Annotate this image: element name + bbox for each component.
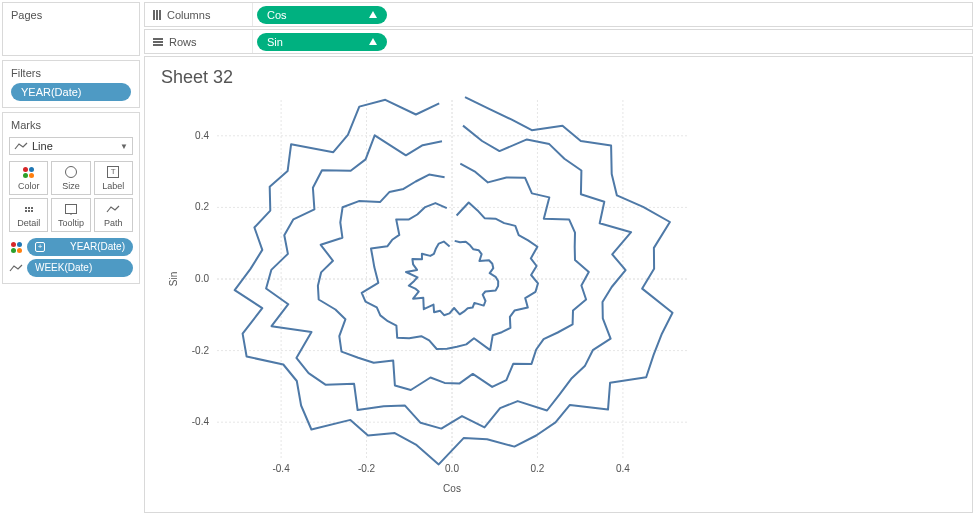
pages-shelf[interactable]: Pages: [2, 2, 140, 56]
marks-card: Marks Line ▼ ColorSizeTLabelDetailToolti…: [2, 112, 140, 284]
mark-pill[interactable]: WEEK(Date): [27, 259, 133, 277]
svg-text:Cos: Cos: [443, 483, 461, 494]
size-icon: [65, 165, 77, 179]
filters-shelf[interactable]: Filters YEAR(Date): [2, 60, 140, 108]
mark-card-path[interactable]: Path: [94, 198, 133, 232]
filter-pill[interactable]: YEAR(Date): [11, 83, 131, 101]
mark-card-detail[interactable]: Detail: [9, 198, 48, 232]
filters-title: Filters: [11, 67, 131, 79]
columns-shelf[interactable]: Columns Cos: [144, 2, 973, 27]
svg-text:0.2: 0.2: [531, 463, 545, 474]
delta-icon: [369, 38, 377, 45]
svg-text:Sin: Sin: [168, 272, 179, 286]
path-icon: [106, 202, 120, 216]
svg-text:0.4: 0.4: [616, 463, 630, 474]
svg-text:-0.4: -0.4: [272, 463, 290, 474]
mark-pill[interactable]: +YEAR(Date): [27, 238, 133, 256]
svg-text:0.2: 0.2: [195, 201, 209, 212]
pages-title: Pages: [11, 9, 131, 21]
mark-type-label: Line: [32, 140, 53, 152]
mark-card-color[interactable]: Color: [9, 161, 48, 195]
mark-card-tooltip[interactable]: Tooltip: [51, 198, 90, 232]
shelf-pill[interactable]: Cos: [257, 6, 387, 24]
mark-card-label[interactable]: TLabel: [94, 161, 133, 195]
line-icon: [14, 141, 28, 151]
spiral-chart: -0.4-0.20.00.20.4-0.4-0.20.00.20.4CosSin: [161, 92, 701, 502]
rows-shelf[interactable]: Rows Sin: [144, 29, 973, 54]
caret-down-icon: ▼: [120, 142, 128, 151]
svg-text:0.4: 0.4: [195, 130, 209, 141]
svg-text:0.0: 0.0: [195, 273, 209, 284]
color-icon: [9, 242, 23, 253]
viz-area[interactable]: Sheet 32 -0.4-0.20.00.20.4-0.4-0.20.00.2…: [144, 56, 973, 513]
mark-type-selector[interactable]: Line ▼: [9, 137, 133, 155]
expand-icon: +: [35, 242, 45, 252]
columns-label: Columns: [167, 9, 210, 21]
delta-icon: [369, 11, 377, 18]
label-icon: T: [107, 165, 119, 179]
svg-text:-0.2: -0.2: [192, 345, 210, 356]
svg-text:-0.4: -0.4: [192, 416, 210, 427]
color-icon: [23, 165, 34, 179]
rows-icon: [153, 38, 163, 46]
path-icon: [9, 263, 23, 273]
svg-text:0.0: 0.0: [445, 463, 459, 474]
mark-card-size[interactable]: Size: [51, 161, 90, 195]
columns-icon: [153, 10, 161, 20]
tooltip-icon: [65, 202, 77, 216]
detail-icon: [25, 202, 33, 216]
shelf-pill[interactable]: Sin: [257, 33, 387, 51]
marks-title: Marks: [9, 119, 133, 131]
svg-text:-0.2: -0.2: [358, 463, 376, 474]
sheet-title: Sheet 32: [161, 67, 956, 88]
rows-label: Rows: [169, 36, 197, 48]
